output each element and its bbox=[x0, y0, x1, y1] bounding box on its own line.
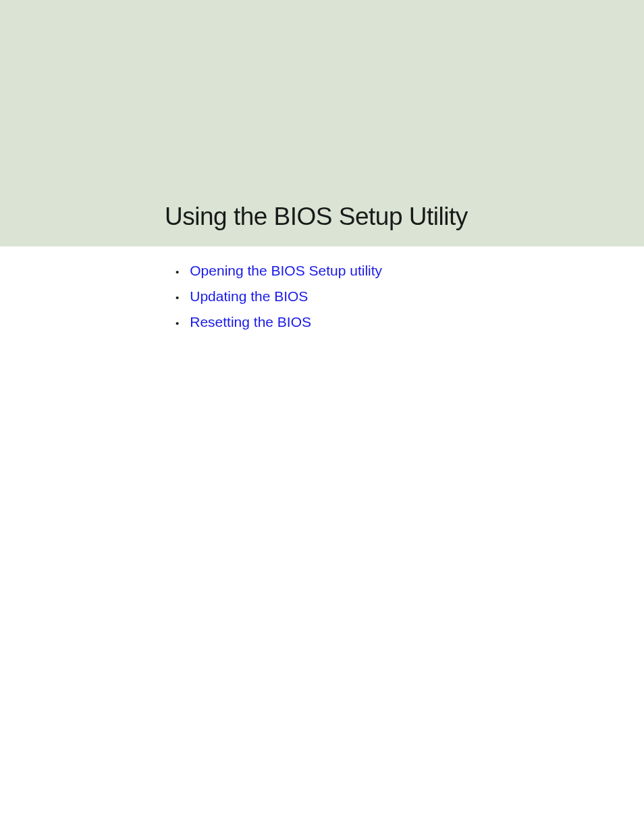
page-title: Using the BIOS Setup Utility bbox=[165, 203, 468, 231]
content-area: • Opening the BIOS Setup utility • Updat… bbox=[0, 246, 644, 330]
toc-item: • Opening the BIOS Setup utility bbox=[176, 263, 644, 279]
bullet-icon: • bbox=[176, 292, 179, 303]
toc-list: • Opening the BIOS Setup utility • Updat… bbox=[176, 263, 644, 330]
toc-link-opening[interactable]: Opening the BIOS Setup utility bbox=[190, 263, 382, 279]
toc-item: • Updating the BIOS bbox=[176, 288, 644, 305]
toc-item: • Resetting the BIOS bbox=[176, 314, 644, 330]
bullet-icon: • bbox=[176, 318, 179, 328]
toc-link-resetting[interactable]: Resetting the BIOS bbox=[190, 314, 311, 330]
bullet-icon: • bbox=[176, 267, 179, 277]
toc-link-updating[interactable]: Updating the BIOS bbox=[190, 288, 308, 305]
header-band: Using the BIOS Setup Utility bbox=[0, 0, 644, 246]
